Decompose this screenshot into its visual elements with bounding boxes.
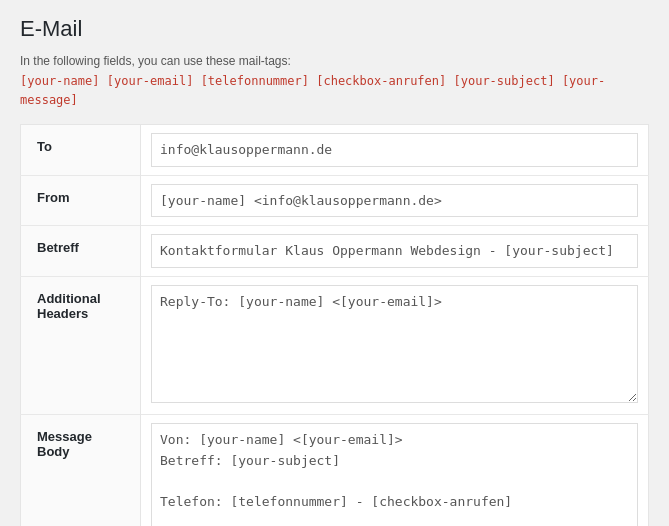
to-row: To [21,125,649,176]
message-body-row: Message Body Von: [your-name] <[your-ema… [21,414,649,526]
mail-tag-your-name: [your-name] [20,74,107,88]
page-title: E-Mail [20,16,649,42]
info-description: In the following fields, you can use the… [20,54,649,68]
mail-tag-telefonnummer: [telefonnummer] [201,74,317,88]
betreff-field-cell [141,226,649,277]
mail-tag-checkbox-anrufen: [checkbox-anrufen] [316,74,453,88]
mail-tags: [your-name] [your-email] [telefonnummer]… [20,72,649,110]
betreff-row: Betreff [21,226,649,277]
from-field-cell [141,175,649,226]
additional-headers-row: Additional Headers Reply-To: [your-name]… [21,276,649,414]
betreff-label: Betreff [21,226,141,277]
page-container: E-Mail In the following fields, you can … [0,0,669,526]
message-body-label: Message Body [21,414,141,526]
from-input[interactable] [151,184,638,218]
to-field-cell [141,125,649,176]
from-row: From [21,175,649,226]
additional-headers-label: Additional Headers [21,276,141,414]
message-body-textarea[interactable]: Von: [your-name] <[your-email]> Betreff:… [151,423,638,526]
to-label: To [21,125,141,176]
info-box: In the following fields, you can use the… [20,54,649,110]
from-label: From [21,175,141,226]
email-form-table: To From Betreff Additional Headers [20,124,649,526]
message-body-field-cell: Von: [your-name] <[your-email]> Betreff:… [141,414,649,526]
betreff-input[interactable] [151,234,638,268]
additional-headers-field-cell: Reply-To: [your-name] <[your-email]> [141,276,649,414]
mail-tag-your-email: [your-email] [107,74,201,88]
additional-headers-textarea[interactable]: Reply-To: [your-name] <[your-email]> [151,285,638,403]
to-input[interactable] [151,133,638,167]
mail-tag-your-subject: [your-subject] [454,74,562,88]
